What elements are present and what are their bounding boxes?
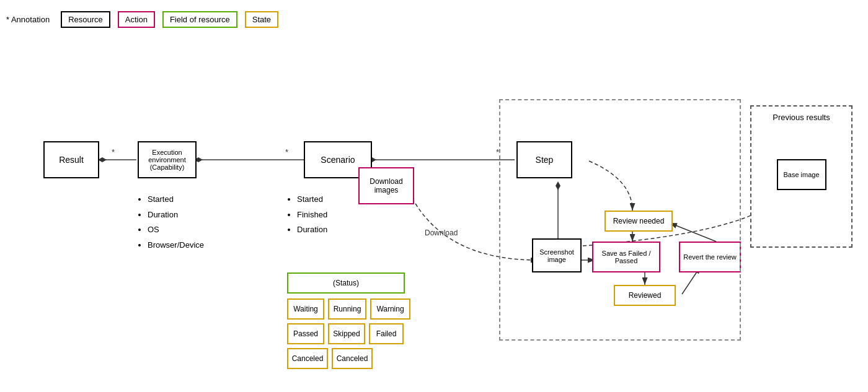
previous-results-label: Previous results <box>773 113 830 122</box>
annotation-label: * Annotation <box>6 15 50 24</box>
scenario-bullets: Started Finished Duration <box>287 192 327 238</box>
svg-text:Download: Download <box>425 229 458 237</box>
result-box: Result <box>43 141 99 178</box>
save-failed-passed-box: Save as Failed / Passed <box>592 242 660 272</box>
download-images-box: Download images <box>358 167 414 204</box>
state-skipped: Skipped <box>328 323 365 344</box>
svg-text:*: * <box>112 147 115 157</box>
state-warning: Warning <box>370 298 410 320</box>
state-running: Running <box>328 298 366 320</box>
legend-resource-box: Resource <box>61 11 110 28</box>
state-passed: Passed <box>287 323 324 344</box>
step-box: Step <box>516 141 572 178</box>
reviewed-box: Reviewed <box>614 285 676 306</box>
state-canceled1: Canceled <box>287 348 328 369</box>
screenshot-box: Screenshot image <box>532 238 582 272</box>
svg-line-20 <box>670 223 716 242</box>
svg-text:*: * <box>285 147 288 157</box>
review-needed-box: Review needed <box>604 211 673 232</box>
state-waiting: Waiting <box>287 298 324 320</box>
svg-marker-4 <box>98 157 107 162</box>
svg-marker-14 <box>556 181 560 190</box>
status-field-box: (Status) <box>287 272 405 294</box>
revert-review-box: Revert the review <box>679 242 741 272</box>
svg-text:*: * <box>496 147 499 157</box>
legend-state-box: State <box>245 11 278 28</box>
status-states-group: Waiting Running Warning Passed Skipped F… <box>287 298 420 369</box>
legend-action-box: Action <box>118 11 155 28</box>
legend: * Annotation Resource Action Field of re… <box>6 11 278 28</box>
state-failed: Failed <box>369 323 404 344</box>
legend-field-box: Field of resource <box>162 11 237 28</box>
execution-box: Execution environment (Capability) <box>138 141 197 178</box>
base-image-box: Base image <box>777 159 826 190</box>
execution-bullets: Started Duration OS Browser/Device <box>138 192 204 253</box>
previous-results-container: Previous results Base image <box>750 105 852 248</box>
state-canceled2: Canceled <box>332 348 373 369</box>
